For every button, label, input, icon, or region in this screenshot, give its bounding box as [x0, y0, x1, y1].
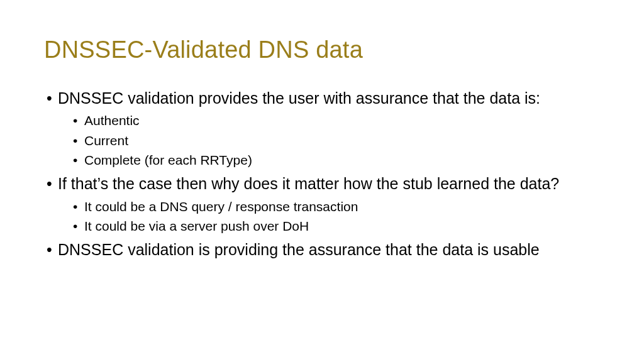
bullet-text: DNSSEC validation provides the user with… [58, 89, 540, 107]
bullet-text: If that’s the case then why does it matt… [58, 175, 559, 192]
sub-bullet-list: It could be a DNS query / response trans… [58, 198, 600, 236]
sub-bullet-list: Authentic Current Complete (for each RRT… [58, 112, 600, 169]
list-item: If that’s the case then why does it matt… [44, 174, 600, 235]
list-item: It could be a DNS query / response trans… [58, 198, 600, 216]
bullet-text: DNSSEC validation is providing the assur… [58, 241, 540, 258]
list-item: Authentic [58, 112, 600, 129]
bullet-list: DNSSEC validation provides the user with… [44, 89, 600, 260]
slide-title: DNSSEC-Validated DNS data [44, 36, 600, 63]
list-item: It could be via a server push over DoH [58, 217, 600, 235]
list-item: DNSSEC validation provides the user with… [44, 89, 600, 169]
list-item: Current [58, 132, 600, 150]
list-item: Complete (for each RRType) [58, 151, 600, 169]
list-item: DNSSEC validation is providing the assur… [44, 240, 600, 260]
